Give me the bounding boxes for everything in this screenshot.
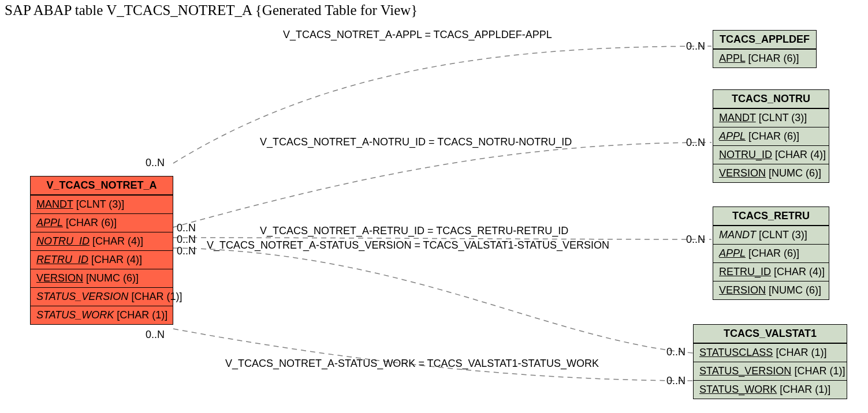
field-row: NOTRU_ID [CHAR (4)]	[713, 145, 829, 164]
cardinality: 0..N	[686, 234, 705, 246]
field-row: STATUS_WORK [CHAR (1)]	[694, 380, 847, 399]
field-row: VERSION [NUMC (6)]	[713, 164, 829, 182]
cardinality: 0..N	[666, 346, 686, 358]
relation-label: V_TCACS_NOTRET_A-NOTRU_ID = TCACS_NOTRU-…	[260, 136, 572, 148]
field-row: APPL [CHAR (6)]	[713, 244, 829, 262]
page-title: SAP ABAP table V_TCACS_NOTRET_A {Generat…	[5, 2, 418, 18]
field-row: STATUS_VERSION [CHAR (1)]	[31, 287, 173, 306]
relation-label: V_TCACS_NOTRET_A-RETRU_ID = TCACS_RETRU-…	[260, 225, 568, 237]
relation-label: V_TCACS_NOTRET_A-STATUS_VERSION = TCACS_…	[207, 239, 609, 251]
field-row: RETRU_ID [CHAR (4)]	[31, 250, 173, 269]
table-header: V_TCACS_NOTRET_A	[31, 177, 173, 195]
field-row: VERSION [NUMC (6)]	[31, 269, 173, 287]
field-row: MANDT [CLNT (3)]	[713, 226, 829, 244]
field-row: STATUS_WORK [CHAR (1)]	[31, 306, 173, 324]
field-row: APPL [CHAR (6)]	[713, 127, 829, 145]
relation-label: V_TCACS_NOTRET_A-APPL = TCACS_APPLDEF-AP…	[283, 29, 552, 41]
cardinality: 0..N	[686, 137, 705, 149]
cardinality: 0..N	[666, 375, 686, 387]
table-header: TCACS_RETRU	[713, 207, 829, 226]
field-row: APPL [CHAR (6)]	[713, 49, 816, 67]
cardinality: 0..N	[177, 234, 196, 246]
field-row: APPL [CHAR (6)]	[31, 213, 173, 232]
ref-table-valstat1: TCACS_VALSTAT1 STATUSCLASS [CHAR (1)] ST…	[693, 324, 847, 399]
diagram-canvas: SAP ABAP table V_TCACS_NOTRET_A {Generat…	[0, 0, 868, 413]
ref-table-notru: TCACS_NOTRU MANDT [CLNT (3)] APPL [CHAR …	[713, 89, 829, 183]
field-row: RETRU_ID [CHAR (4)]	[713, 262, 829, 281]
table-header: TCACS_APPLDEF	[713, 31, 816, 49]
field-row: STATUS_VERSION [CHAR (1)]	[694, 362, 847, 380]
relation-label: V_TCACS_NOTRET_A-STATUS_WORK = TCACS_VAL…	[225, 358, 599, 370]
field-row: MANDT [CLNT (3)]	[31, 195, 173, 213]
field-row: MANDT [CLNT (3)]	[713, 108, 829, 127]
cardinality: 0..N	[146, 329, 165, 341]
table-header: TCACS_NOTRU	[713, 90, 829, 108]
ref-table-retru: TCACS_RETRU MANDT [CLNT (3)] APPL [CHAR …	[713, 206, 829, 300]
cardinality: 0..N	[146, 157, 165, 169]
table-header: TCACS_VALSTAT1	[694, 325, 847, 343]
field-row: NOTRU_ID [CHAR (4)]	[31, 232, 173, 250]
view-table: V_TCACS_NOTRET_A MANDT [CLNT (3)] APPL […	[30, 176, 173, 325]
cardinality: 0..N	[686, 40, 705, 52]
cardinality: 0..N	[177, 222, 196, 234]
ref-table-appldef: TCACS_APPLDEF APPL [CHAR (6)]	[713, 30, 817, 68]
field-row: VERSION [NUMC (6)]	[713, 281, 829, 299]
field-row: STATUSCLASS [CHAR (1)]	[694, 343, 847, 362]
cardinality: 0..N	[177, 245, 196, 257]
